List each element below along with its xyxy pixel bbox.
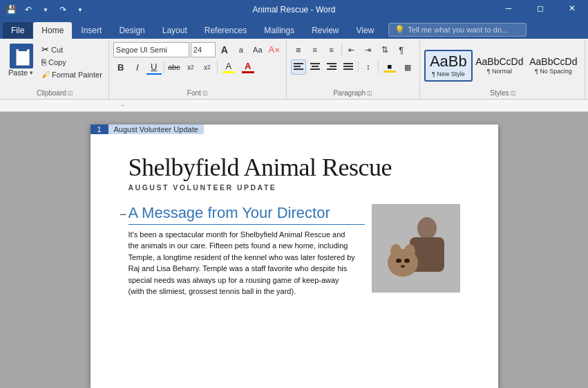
- svg-rect-7: [330, 66, 336, 67]
- font-expand-icon[interactable]: ◫: [202, 90, 208, 96]
- tab-mailings[interactable]: Mailings: [256, 22, 303, 39]
- undo-icon[interactable]: ↶: [20, 1, 37, 18]
- svg-point-13: [417, 217, 437, 239]
- document-heading[interactable]: A Message from Your Director: [129, 204, 365, 224]
- tab-review[interactable]: Review: [303, 22, 347, 39]
- italic-button[interactable]: I: [130, 59, 145, 75]
- qat-customize-icon[interactable]: ▼: [72, 1, 88, 18]
- normal-label: ¶ Normal: [487, 68, 512, 75]
- justify-button[interactable]: [341, 59, 356, 75]
- svg-rect-5: [310, 68, 320, 70]
- svg-point-16: [390, 244, 401, 258]
- svg-rect-3: [310, 63, 320, 64]
- paragraph-expand-icon[interactable]: ◫: [367, 90, 372, 96]
- show-marks-button[interactable]: ¶: [394, 42, 409, 57]
- styles-expand-icon[interactable]: ◫: [511, 90, 516, 96]
- font-group-label: Font: [187, 89, 201, 97]
- format-painter-label: Format Painter: [52, 71, 102, 79]
- borders-button[interactable]: ▦: [400, 59, 415, 75]
- redo-icon[interactable]: ↷: [55, 1, 71, 18]
- paste-button[interactable]: Paste ▼: [6, 42, 37, 78]
- normal-preview: AaBbCcDd: [475, 57, 523, 66]
- change-case-button[interactable]: Aa: [250, 42, 265, 57]
- restore-button[interactable]: ◻: [524, 0, 556, 17]
- undo-dropdown-icon[interactable]: ▼: [37, 1, 54, 18]
- paste-label: Paste: [8, 68, 28, 77]
- shading-button[interactable]: ■: [381, 62, 399, 73]
- document-title[interactable]: Shelbyfield Animal Rescue: [129, 154, 460, 182]
- clear-formatting-button[interactable]: A✕: [267, 42, 282, 57]
- svg-point-18: [396, 259, 401, 263]
- tab-insert[interactable]: Insert: [73, 22, 110, 39]
- multilevel-button[interactable]: ≡: [324, 42, 339, 57]
- svg-rect-1: [294, 66, 301, 67]
- svg-point-17: [404, 244, 415, 258]
- svg-rect-11: [343, 68, 353, 70]
- svg-rect-8: [327, 68, 336, 70]
- tab-references[interactable]: References: [196, 22, 255, 39]
- clipboard-label: Clipboard: [37, 89, 66, 97]
- sort-button[interactable]: ⇅: [377, 42, 392, 57]
- save-icon[interactable]: 💾: [3, 1, 19, 18]
- svg-point-20: [401, 265, 405, 268]
- tab-view[interactable]: View: [348, 22, 383, 39]
- align-center-button[interactable]: [307, 59, 323, 75]
- tab-home[interactable]: Home: [33, 22, 72, 39]
- no-spacing-preview: AaBbCcDd: [529, 57, 577, 66]
- align-right-button[interactable]: [324, 59, 339, 75]
- app-title: Animal Rescue - Word: [253, 5, 336, 15]
- clipboard-expand-icon[interactable]: ◫: [68, 90, 73, 96]
- tab-layout[interactable]: Layout: [154, 22, 196, 39]
- align-left-button[interactable]: [291, 59, 306, 75]
- document-subtitle[interactable]: AUGUST VOLUNTEER UPDATE: [129, 183, 460, 192]
- paragraph-group: ≡ ≡ ≡ ⇤ ⇥ ⇅ ¶: [287, 40, 420, 99]
- close-button[interactable]: ✕: [556, 0, 588, 17]
- numbering-button[interactable]: ≡: [307, 42, 323, 57]
- paste-dropdown-icon[interactable]: ▼: [28, 70, 34, 76]
- font-size-select[interactable]: [191, 42, 216, 57]
- increase-indent-button[interactable]: ⇥: [361, 42, 376, 57]
- svg-rect-10: [343, 66, 353, 67]
- decrease-indent-button[interactable]: ⇤: [344, 42, 359, 57]
- bold-button[interactable]: B: [113, 59, 129, 75]
- grow-font-button[interactable]: A: [217, 42, 232, 57]
- shrink-font-button[interactable]: a: [234, 42, 249, 57]
- font-color-button[interactable]: A: [239, 61, 257, 73]
- subscript-button[interactable]: x2: [183, 59, 198, 75]
- document-page: 1 August Volunteer Update Shelbyfield An…: [91, 124, 498, 388]
- svg-rect-0: [294, 63, 303, 64]
- tab-file[interactable]: File: [3, 22, 32, 39]
- copy-button[interactable]: ⎘ Copy: [39, 57, 104, 68]
- svg-rect-4: [312, 66, 319, 67]
- superscript-button[interactable]: x2: [200, 59, 215, 75]
- quick-access-toolbar: 💾 ↶ ▼ ↷ ▼: [3, 0, 88, 19]
- style-heading1[interactable]: AaBb ¶ Heading 1: [583, 48, 585, 83]
- new-style-label: ¶ New Style: [432, 71, 465, 77]
- svg-rect-9: [343, 63, 353, 64]
- cut-button[interactable]: ✂ Cut: [39, 44, 104, 55]
- strikethrough-button[interactable]: abc: [167, 59, 182, 75]
- style-no-spacing[interactable]: AaBbCcDd ¶ No Spacing: [527, 53, 580, 78]
- cut-icon: ✂: [41, 44, 49, 55]
- style-normal[interactable]: AaBbCcDd ¶ Normal: [475, 53, 524, 78]
- tell-me-search[interactable]: 💡 Tell me what you want to do...: [388, 23, 527, 37]
- svg-rect-2: [294, 68, 303, 70]
- style-new-style[interactable]: AaBb ¶ New Style: [424, 50, 473, 82]
- line-spacing-button[interactable]: ↕: [361, 59, 376, 75]
- format-painter-button[interactable]: 🖌 Format Painter: [39, 69, 104, 80]
- new-style-preview: AaBb: [430, 54, 467, 69]
- copy-label: Copy: [48, 58, 66, 66]
- tab-design[interactable]: Design: [111, 22, 153, 39]
- clipboard-group: Paste ▼ ✂ Cut ⎘ Copy 🖌 Format P: [3, 40, 109, 99]
- styles-group-label: Styles: [490, 89, 509, 97]
- underline-button[interactable]: U: [146, 59, 162, 75]
- font-name-select[interactable]: [113, 42, 189, 57]
- bullets-button[interactable]: ≡: [291, 42, 306, 57]
- minimize-button[interactable]: ─: [493, 0, 524, 17]
- text-highlight-button[interactable]: A: [220, 61, 238, 73]
- document-body[interactable]: It's been a spectacular month for Shelby…: [129, 229, 357, 297]
- tell-me-placeholder: Tell me what you want to do...: [408, 26, 508, 34]
- font-group: A a Aa A✕ B I U abc x2 x2 A: [109, 40, 287, 99]
- copy-icon: ⎘: [41, 57, 46, 67]
- styles-group: AaBb ¶ New Style AaBbCcDd ¶ Normal AaBbC…: [420, 40, 585, 99]
